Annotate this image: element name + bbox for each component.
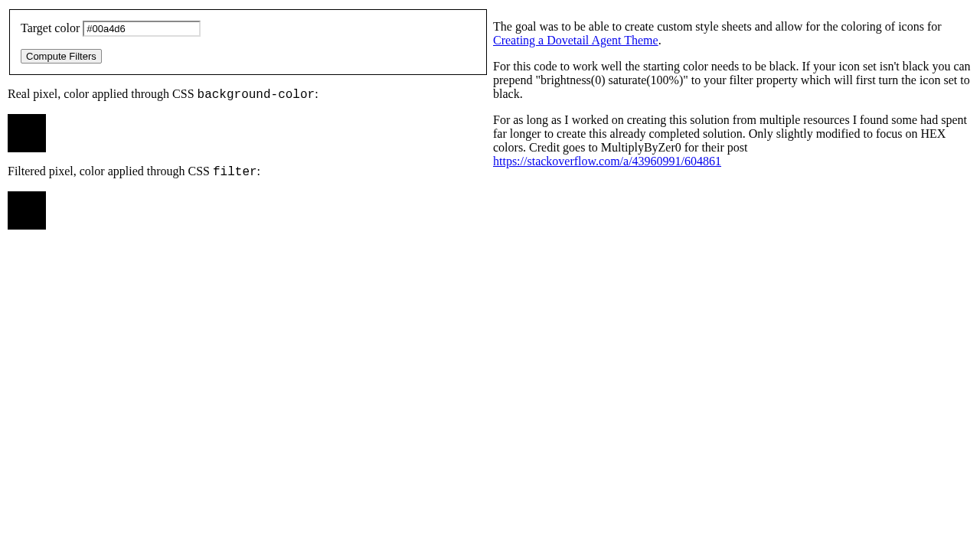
left-column: Target color Compute Filters Real pixel,… — [8, 8, 487, 230]
goal-text-post: . — [658, 34, 662, 47]
compute-filters-button[interactable]: Compute Filters — [21, 49, 102, 64]
filtered-pixel-swatch — [8, 191, 46, 230]
background-color-code: background-color — [198, 88, 315, 102]
target-color-input[interactable] — [83, 21, 201, 37]
real-pixel-label-post: : — [315, 87, 318, 100]
filtered-pixel-label: Filtered pixel, color applied through CS… — [8, 165, 487, 179]
credit-paragraph: For as long as I worked on creating this… — [493, 113, 972, 168]
target-color-label: Target color — [21, 21, 80, 34]
goal-paragraph: The goal was to be able to create custom… — [493, 20, 972, 47]
credit-text-pre: For as long as I worked on creating this… — [493, 113, 967, 154]
goal-text-pre: The goal was to be able to create custom… — [493, 20, 942, 33]
filter-code: filter — [213, 165, 257, 179]
real-pixel-swatch — [8, 114, 46, 152]
filtered-pixel-label-post: : — [257, 165, 260, 178]
right-column: The goal was to be able to create custom… — [493, 8, 972, 230]
real-pixel-label: Real pixel, color applied through CSS ba… — [8, 87, 487, 102]
black-start-paragraph: For this code to work well the starting … — [493, 60, 972, 101]
real-pixel-label-pre: Real pixel, color applied through CSS — [8, 87, 198, 100]
filtered-pixel-label-pre: Filtered pixel, color applied through CS… — [8, 165, 213, 178]
stackoverflow-link[interactable]: https://stackoverflow.com/a/43960991/604… — [493, 155, 721, 168]
filter-form: Target color Compute Filters — [9, 9, 487, 75]
dovetail-theme-link[interactable]: Creating a Dovetail Agent Theme — [493, 34, 658, 47]
